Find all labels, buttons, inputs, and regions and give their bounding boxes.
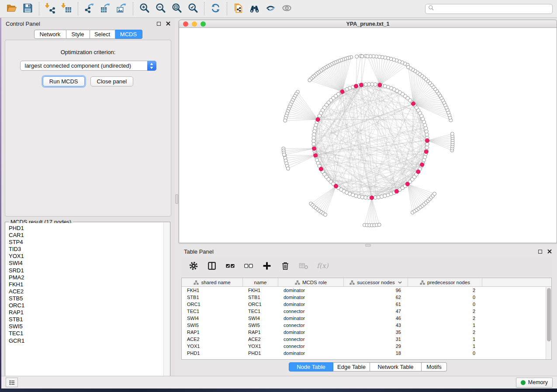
float-table-panel-icon[interactable]	[538, 250, 542, 254]
cell-shared-name[interactable]: TEC1	[182, 308, 243, 315]
cell-predecessor-nodes[interactable]: 0	[408, 294, 482, 301]
mcds-hub-node[interactable]	[416, 170, 420, 174]
cell-successor-nodes[interactable]: 18	[344, 350, 408, 357]
cell-successor-nodes[interactable]: 35	[344, 329, 408, 336]
mcds-result-item[interactable]: YOX1	[9, 253, 163, 260]
cell-successor-nodes[interactable]: 46	[344, 315, 408, 322]
mcds-result-item[interactable]: SWI5	[9, 323, 163, 330]
search-network-button[interactable]	[246, 1, 263, 16]
mcds-result-item[interactable]: STB5	[9, 295, 163, 302]
mcds-result-scrollbar[interactable]	[163, 223, 170, 383]
tab-network-table[interactable]: Network Table	[370, 362, 422, 371]
cell-MCDS-role[interactable]: dominator	[278, 287, 344, 294]
cell-name[interactable]: ORC1	[243, 301, 278, 308]
cell-predecessor-nodes[interactable]: 2	[408, 329, 482, 336]
apply-layout-button[interactable]	[208, 1, 224, 16]
mcds-hub-node[interactable]	[370, 196, 374, 199]
search-field[interactable]	[425, 4, 553, 14]
table-row[interactable]: ORC1ORC1dominator610	[182, 301, 546, 308]
cell-name[interactable]: FKH1	[243, 287, 278, 294]
column-header-successor-nodes[interactable]: successor nodes	[344, 278, 408, 287]
network-window-titlebar[interactable]: YPA_prune.txt_1	[179, 20, 557, 28]
cell-successor-nodes[interactable]: 96	[344, 287, 408, 294]
mcds-result-item[interactable]: TID3	[9, 246, 163, 253]
cell-predecessor-nodes[interactable]: 0	[408, 301, 482, 308]
network-graph[interactable]	[179, 28, 557, 243]
add-entry-button[interactable]	[261, 261, 273, 273]
splitter-grip[interactable]	[175, 194, 178, 204]
delete-entry-button[interactable]	[279, 261, 291, 273]
search-input[interactable]	[434, 5, 552, 13]
network-canvas[interactable]	[179, 28, 557, 243]
cell-shared-name[interactable]: FKH1	[182, 287, 243, 294]
mcds-result-item[interactable]: SWI4	[9, 260, 163, 267]
cell-shared-name[interactable]: RAP1	[182, 329, 243, 336]
tab-style[interactable]: Style	[66, 30, 90, 39]
cell-predecessor-nodes[interactable]: 1	[408, 322, 482, 329]
cell-MCDS-role[interactable]: dominator	[278, 294, 344, 301]
cell-predecessor-nodes[interactable]: 2	[408, 315, 482, 322]
float-panel-icon[interactable]	[157, 22, 161, 26]
export-network-button[interactable]	[81, 1, 97, 16]
mcds-hub-node[interactable]	[394, 189, 398, 193]
mcds-result-item[interactable]: PMA2	[9, 274, 163, 281]
column-header-predecessor-nodes[interactable]: predecessor nodes	[408, 278, 482, 287]
run-mcds-button[interactable]: Run MCDS	[43, 76, 85, 86]
mcds-result-item[interactable]: TEC1	[9, 330, 163, 337]
cell-predecessor-nodes[interactable]: 1	[408, 343, 482, 350]
column-header-name[interactable]: name	[243, 278, 278, 287]
mcds-hub-node[interactable]	[359, 83, 363, 87]
mcds-hub-node[interactable]	[312, 147, 316, 151]
cell-name[interactable]: ACE2	[243, 336, 278, 343]
zoom-fit-button[interactable]	[169, 1, 185, 16]
mcds-result-item[interactable]: ORC1	[9, 302, 163, 309]
tab-node-table[interactable]: Node Table	[289, 362, 333, 371]
graphics-details-button[interactable]	[263, 1, 279, 16]
cell-shared-name[interactable]: SWI5	[182, 322, 243, 329]
cell-name[interactable]: STB1	[243, 294, 278, 301]
cell-successor-nodes[interactable]: 29	[344, 343, 408, 350]
close-panel-icon[interactable]	[166, 21, 170, 27]
cell-MCDS-role[interactable]: connector	[278, 336, 344, 343]
tab-motifs[interactable]: Motifs	[422, 362, 447, 371]
cell-MCDS-role[interactable]: dominator	[278, 315, 344, 322]
cell-name[interactable]: TEC1	[243, 308, 278, 315]
mcds-result-item[interactable]: CAR1	[9, 232, 163, 239]
zoom-selected-button[interactable]	[185, 1, 201, 16]
mcds-hub-node[interactable]	[378, 83, 382, 87]
mcds-result-item[interactable]: ACE2	[9, 288, 163, 295]
cell-MCDS-role[interactable]: connector	[278, 308, 344, 315]
cell-MCDS-role[interactable]: connector	[278, 322, 344, 329]
cell-successor-nodes[interactable]: 43	[344, 322, 408, 329]
table-scrollbar[interactable]	[546, 287, 551, 359]
column-header-shared-name[interactable]: shared name	[182, 278, 243, 287]
column-header-MCDS-role[interactable]: MCDS role	[278, 278, 344, 287]
table-row[interactable]: FKH1FKH1dominator962	[182, 287, 546, 294]
deselect-all-button[interactable]	[242, 261, 255, 273]
table-row[interactable]: ACE2ACE2connector311	[182, 336, 546, 343]
cell-name[interactable]: PHD1	[243, 350, 278, 357]
select-all-button[interactable]	[224, 261, 236, 273]
tab-edge-table[interactable]: Edge Table	[333, 362, 370, 371]
open-file-button[interactable]	[3, 1, 20, 16]
tab-mcds[interactable]: MCDS	[115, 30, 142, 39]
mcds-result-item[interactable]: FKH1	[9, 281, 163, 288]
table-row[interactable]: SWI4SWI4dominator462	[182, 315, 546, 322]
tab-network[interactable]: Network	[34, 30, 66, 39]
mcds-result-item[interactable]: STP4	[9, 239, 163, 246]
cell-name[interactable]: RAP1	[243, 329, 278, 336]
cell-shared-name[interactable]: PHD1	[182, 350, 243, 357]
zoom-in-button[interactable]	[136, 1, 152, 16]
cell-shared-name[interactable]: YOX1	[182, 343, 243, 350]
cell-predecessor-nodes[interactable]: 2	[408, 287, 482, 294]
cell-successor-nodes[interactable]: 31	[344, 336, 408, 343]
network-from-selection-button[interactable]	[230, 1, 246, 16]
cell-shared-name[interactable]: ACE2	[182, 336, 243, 343]
mcds-result-item[interactable]: SRD1	[9, 267, 163, 274]
zoom-out-button[interactable]	[152, 1, 169, 16]
cell-MCDS-role[interactable]: dominator	[278, 350, 344, 357]
mcds-result-item[interactable]: RAP1	[9, 309, 163, 316]
scrollbar-thumb[interactable]	[547, 288, 551, 341]
save-session-button[interactable]	[20, 1, 36, 16]
cell-shared-name[interactable]: ORC1	[182, 301, 243, 308]
